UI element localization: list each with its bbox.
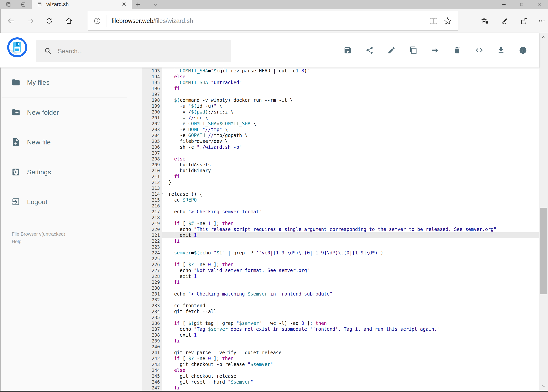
share-icon[interactable] <box>518 15 530 27</box>
code-line[interactable]: 215 cd $REPO <box>142 197 539 203</box>
code-line[interactable]: 218 <box>142 215 539 221</box>
sidebar-item-new-folder[interactable]: New folder <box>0 98 142 127</box>
filebrowser-logo[interactable] <box>7 37 28 57</box>
forward-icon[interactable] <box>25 15 36 27</box>
code-text[interactable]: filebrowser/dev \ <box>162 138 539 144</box>
close-window-icon[interactable] <box>530 0 548 9</box>
code-text[interactable]: sh -c "./wizard.sh -b" <box>162 144 539 150</box>
code-line[interactable]: 246 git reset --hard "$semver" <box>142 379 539 385</box>
code-line[interactable]: 237 echo "Tag $semver does not exist in … <box>142 326 539 332</box>
close-icon[interactable] <box>121 1 127 7</box>
copy-button[interactable] <box>409 46 417 54</box>
sidebar-item-logout[interactable]: Logout <box>0 187 142 217</box>
info-button[interactable] <box>519 46 527 54</box>
code-text[interactable] <box>162 256 539 262</box>
sidebar-item-my-files[interactable]: My files <box>0 68 142 97</box>
rename-button[interactable] <box>387 46 395 54</box>
code-line[interactable]: 224 semver=$(echo "$1" | grep -P '^v(0|[… <box>142 250 539 256</box>
code-line[interactable]: 238 exit 1 <box>142 332 539 338</box>
code-text[interactable]: buildBinary <box>162 168 539 174</box>
code-line[interactable]: 241 git rev-parse --verify --quiet relea… <box>142 350 539 356</box>
code-text[interactable]: exit 1 <box>162 332 539 338</box>
code-text[interactable]: -e HOME="//tmp" \ <box>162 127 539 133</box>
code-text[interactable]: -u "$(id -u)" \ <box>162 103 539 109</box>
help-link[interactable]: Help <box>12 238 65 245</box>
code-text[interactable]: fi <box>162 338 539 344</box>
code-text[interactable]: -w //src \ <box>162 115 539 121</box>
code-line[interactable]: 197 <box>142 91 539 97</box>
code-text[interactable]: cd $REPO <box>162 197 539 203</box>
code-text[interactable]: $(command -v winpty) docker run --rm -it… <box>162 97 539 103</box>
code-line[interactable]: 213 <box>142 185 539 191</box>
code-line[interactable]: 232 <box>142 297 539 303</box>
code-text[interactable]: git checkout -b release "$semver" <box>162 362 539 367</box>
code-line[interactable]: 199 -u "$(id -u)" \ <box>142 103 539 109</box>
code-line[interactable]: 240 <box>142 344 539 350</box>
code-text[interactable]: buildAssets <box>162 162 539 168</box>
code-line[interactable]: 245 git checkout release <box>142 373 539 379</box>
new-tab-icon[interactable] <box>133 1 142 8</box>
code-text[interactable] <box>162 297 539 303</box>
home-icon[interactable] <box>63 15 75 27</box>
code-text[interactable]: } <box>162 179 539 185</box>
code-text[interactable] <box>162 91 539 97</box>
code-text[interactable]: else <box>162 156 539 162</box>
code-line[interactable]: 223 <box>142 244 539 250</box>
code-text[interactable]: -e COMMIT_SHA=$COMMIT_SHA \ <box>162 121 539 127</box>
code-line[interactable]: 209 buildAssets <box>142 162 539 168</box>
code-line[interactable]: 239 fi <box>142 338 539 344</box>
code-line[interactable]: 204 -e GOPATH=//tmp/gopath \ <box>142 133 539 138</box>
info-icon[interactable] <box>93 17 101 25</box>
scrollbar-thumb[interactable] <box>540 208 548 294</box>
save-button[interactable] <box>344 46 352 54</box>
code-text[interactable]: if [ $# -ne 1 ]; then <box>162 221 539 226</box>
code-text[interactable]: if [ $? -ne 0 ]; then <box>162 262 539 267</box>
hub-icon[interactable] <box>479 15 491 27</box>
code-line[interactable]: 235 <box>142 315 539 320</box>
code-text[interactable]: echo "This release script requires a sin… <box>162 226 539 232</box>
code-text[interactable]: else <box>162 367 539 373</box>
code-text[interactable] <box>162 244 539 250</box>
code-line[interactable]: 242 if [ $? -ne 0 ]; then <box>142 356 539 362</box>
scroll-up-icon[interactable] <box>539 33 548 41</box>
code-text[interactable]: fi <box>162 279 539 285</box>
code-text[interactable]: if [ $? -ne 0 ]; then <box>162 356 539 362</box>
code-line[interactable]: 201 -w //src \ <box>142 115 539 121</box>
code-text[interactable]: fi <box>162 85 539 91</box>
code-text[interactable]: git fetch --all <box>162 309 539 315</box>
delete-button[interactable] <box>453 46 461 54</box>
code-text[interactable]: release () { <box>162 191 539 197</box>
code-text[interactable]: if [ $(git tag | grep "$semver" | wc -l)… <box>162 320 539 326</box>
code-line[interactable]: 207 <box>142 150 539 156</box>
code-text[interactable]: git reset --hard "$semver" <box>162 379 539 385</box>
code-text[interactable]: COMMIT_SHA="$(git rev-parse HEAD | cut -… <box>162 68 539 74</box>
code-text[interactable]: echo "Tag $semver does not exist in subm… <box>162 326 539 332</box>
code-text[interactable]: fi <box>162 385 539 391</box>
code-line[interactable]: 227 echo "Not valid semver format. See s… <box>142 267 539 273</box>
code-line[interactable]: 228 exit 1 <box>142 273 539 279</box>
code-line[interactable]: 247 fi <box>142 385 539 391</box>
star-icon[interactable] <box>444 17 452 25</box>
code-line[interactable]: 230 <box>142 285 539 291</box>
code-line[interactable]: 205 filebrowser/dev \ <box>142 138 539 144</box>
code-editor[interactable]: 192 if [ -d ".git" ]; then193 COMMIT_SHA… <box>142 68 539 391</box>
share-button[interactable] <box>366 46 374 54</box>
tab-preview-icon[interactable] <box>19 1 28 8</box>
code-line[interactable]: 236 if [ $(git tag | grep "$semver" | wc… <box>142 320 539 326</box>
code-text[interactable]: git checkout release <box>162 373 539 379</box>
code-text[interactable] <box>162 150 539 156</box>
code-text[interactable] <box>162 285 539 291</box>
code-text[interactable]: COMMIT_SHA="untracked" <box>162 80 539 85</box>
code-text[interactable]: semver=$(echo "$1" | grep -P '^v(0|[1-9]… <box>162 250 539 256</box>
code-line[interactable]: 243 git checkout -b release "$semver" <box>142 362 539 367</box>
code-text[interactable]: echo "> Checking semver format" <box>162 209 539 215</box>
sidebar-item-settings[interactable]: Settings <box>0 157 142 187</box>
code-text[interactable]: else <box>162 74 539 80</box>
code-line[interactable]: 229 fi <box>142 279 539 285</box>
code-line[interactable]: 222 fi <box>142 238 539 244</box>
address-bar[interactable]: filebrowser.web/files/wizard.sh <box>88 11 458 30</box>
code-line[interactable]: 226 if [ $? -ne 0 ]; then <box>142 262 539 267</box>
code-line[interactable]: 208 else <box>142 156 539 162</box>
more-icon[interactable] <box>535 15 548 27</box>
move-button[interactable] <box>431 46 439 54</box>
